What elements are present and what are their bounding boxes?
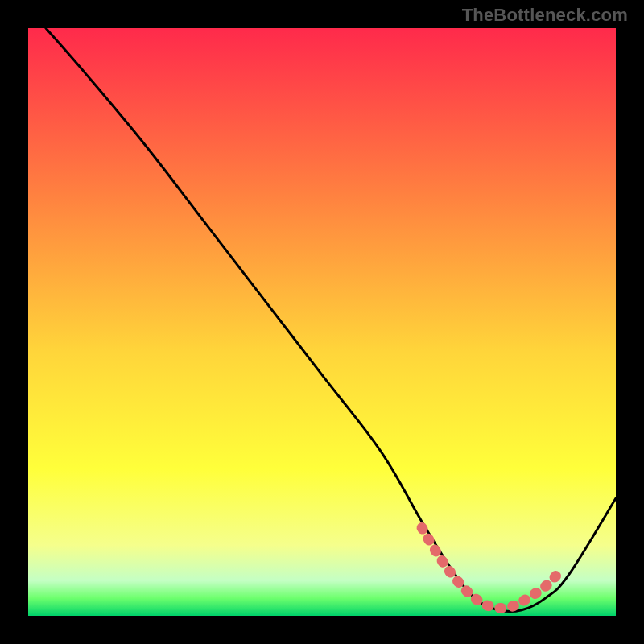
optimal-range-marker xyxy=(422,528,557,609)
plot-area xyxy=(28,28,616,616)
curve-layer xyxy=(28,28,616,616)
bottleneck-curve xyxy=(46,28,616,612)
attribution-watermark: TheBottleneck.com xyxy=(462,5,628,26)
chart-canvas: TheBottleneck.com xyxy=(0,0,644,644)
